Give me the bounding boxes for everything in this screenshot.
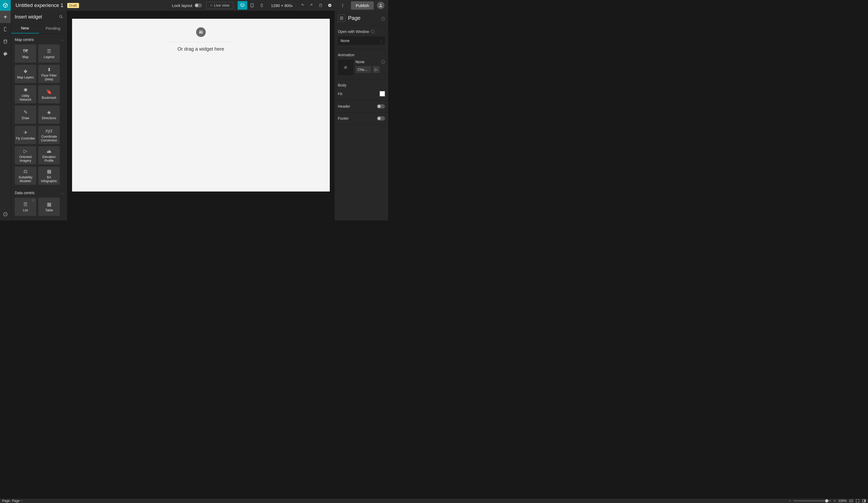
canvas-area[interactable]: Or drag a widget here: [67, 11, 334, 220]
svg-rect-11: [199, 31, 203, 32]
header-section: Header: [334, 101, 388, 113]
play-animation-button[interactable]: ▷: [373, 66, 380, 73]
animation-name: None: [355, 60, 364, 64]
widget-list[interactable]: Map centric ︿ 🗺Map ☰Legend ❖Map Layers ⬍…: [11, 34, 67, 220]
widget-table[interactable]: ▦Table: [38, 198, 60, 216]
section-map-centric[interactable]: Map centric ︿: [15, 34, 66, 44]
elevation-icon: ⛰: [46, 148, 51, 154]
info-icon[interactable]: i: [381, 60, 385, 64]
widget-drop-icon: [199, 30, 203, 34]
save-button[interactable]: [316, 1, 325, 10]
widget-label: Draw: [22, 116, 29, 120]
directions-icon: ◈: [47, 109, 51, 115]
widget-directions[interactable]: ◈Directions: [38, 106, 60, 124]
suitability-icon: ⚖: [23, 168, 28, 174]
device-switcher: [238, 1, 267, 10]
live-view-button[interactable]: Live view: [206, 2, 234, 9]
footer-toggle[interactable]: [377, 116, 385, 120]
widget-map[interactable]: 🗺Map: [15, 44, 36, 63]
widget-label: Floor Filter (beta): [39, 74, 59, 81]
select-value: None: [341, 39, 349, 43]
info-icon: ⓘ: [32, 199, 34, 202]
info-icon[interactable]: i: [371, 30, 374, 33]
chevron-up-icon: ︿: [61, 38, 64, 42]
widget-suitability-modeler[interactable]: ⚖Suitability Modeler: [15, 167, 36, 185]
insert-tabs: New Pending: [11, 23, 67, 34]
widget-elevation-profile[interactable]: ⛰Elevation Profile: [38, 146, 60, 165]
rail-theme[interactable]: [0, 48, 11, 60]
rail-help[interactable]: ?: [0, 208, 11, 220]
experience-title[interactable]: Untitled experience 1: [16, 2, 63, 8]
canvas-size-selector[interactable]: 1280 × 800▾: [271, 3, 292, 8]
animation-thumbnail[interactable]: ★: [338, 60, 353, 75]
user-avatar[interactable]: [377, 2, 384, 9]
tablet-icon: [250, 3, 254, 8]
redo-button[interactable]: [307, 1, 316, 10]
infographic-icon: ▦: [47, 168, 51, 174]
rail-data[interactable]: [0, 35, 11, 48]
widget-label: Table: [45, 208, 53, 212]
widget-list[interactable]: ⓘ☰List: [15, 198, 36, 216]
svg-rect-12: [199, 32, 201, 34]
undo-button[interactable]: [298, 1, 307, 10]
help-button[interactable]: ?: [381, 16, 385, 21]
network-icon: ✱: [23, 87, 28, 93]
app-header: Untitled experience 1 Draft Lock layout …: [0, 0, 388, 11]
rail-pages[interactable]: [0, 23, 11, 35]
widget-floor-filter[interactable]: ⬍Floor Filter (beta): [38, 65, 60, 83]
svg-point-4: [342, 5, 343, 6]
dots-vertical-icon: [341, 3, 345, 8]
svg-rect-1: [261, 4, 262, 7]
drop-target-button[interactable]: [196, 27, 206, 37]
label-text: Open with Window: [338, 30, 369, 34]
fill-color-swatch[interactable]: [380, 91, 385, 96]
change-animation-button[interactable]: Cha…: [355, 66, 371, 73]
widget-oriented-imagery[interactable]: ▷Oriented Imagery: [15, 146, 36, 165]
widget-draw[interactable]: ✎Draw: [15, 106, 36, 124]
widget-map-layers[interactable]: ❖Map Layers: [15, 65, 36, 83]
tab-pending[interactable]: Pending: [39, 23, 67, 33]
save-icon: [319, 3, 323, 8]
search-button[interactable]: [59, 15, 63, 19]
app-logo[interactable]: [0, 0, 11, 11]
more-options-button[interactable]: [338, 1, 347, 10]
widget-ba-infographic[interactable]: ▦BA Infographic: [38, 167, 60, 185]
widget-bookmark[interactable]: 🔖Bookmark: [38, 85, 60, 103]
svg-rect-13: [201, 32, 202, 34]
list-icon: ☰: [23, 201, 28, 207]
imagery-icon: ▷: [23, 148, 27, 154]
layers-icon: ❖: [23, 69, 28, 74]
widget-fly-controller[interactable]: ✈Fly Controller: [15, 126, 36, 144]
preview-button[interactable]: [325, 1, 334, 10]
publish-button[interactable]: Publish: [351, 1, 374, 10]
widget-grid-data: ⓘ☰List ▦Table: [15, 198, 66, 218]
svg-point-7: [4, 40, 7, 41]
circle-icon: [210, 4, 213, 7]
floor-icon: ⬍: [47, 67, 51, 73]
tab-new[interactable]: New: [11, 23, 39, 33]
widget-utility-network[interactable]: ✱Utility Network: [15, 85, 36, 103]
section-title: Data centric: [15, 191, 35, 195]
help-icon: ?: [3, 212, 8, 217]
rail-insert[interactable]: [0, 11, 11, 23]
section-data-centric[interactable]: Data centric ︿: [15, 187, 66, 198]
draft-badge: Draft: [67, 3, 79, 8]
bookmark-icon: 🔖: [46, 89, 52, 95]
svg-point-3: [342, 4, 343, 4]
svg-point-5: [342, 6, 343, 7]
widget-coordinate-conversion[interactable]: xyzCoordinate Conversion: [38, 126, 60, 144]
lock-layout-toggle[interactable]: [195, 3, 202, 8]
tablet-device-button[interactable]: [247, 1, 257, 10]
svg-point-6: [380, 4, 382, 6]
header-toggle[interactable]: [377, 104, 385, 108]
open-window-select[interactable]: None ⌄: [338, 36, 385, 45]
logo-icon: [2, 2, 8, 8]
widget-legend[interactable]: ☰Legend: [38, 44, 60, 63]
canvas-page[interactable]: Or drag a widget here: [72, 19, 330, 191]
desktop-device-button[interactable]: [238, 1, 247, 10]
widget-label: Bookmark: [42, 96, 56, 99]
fill-row: Fill: [338, 91, 385, 96]
map-icon: 🗺: [23, 49, 28, 54]
widget-grid-map: 🗺Map ☰Legend ❖Map Layers ⬍Floor Filter (…: [15, 44, 66, 187]
mobile-device-button[interactable]: [257, 1, 267, 10]
